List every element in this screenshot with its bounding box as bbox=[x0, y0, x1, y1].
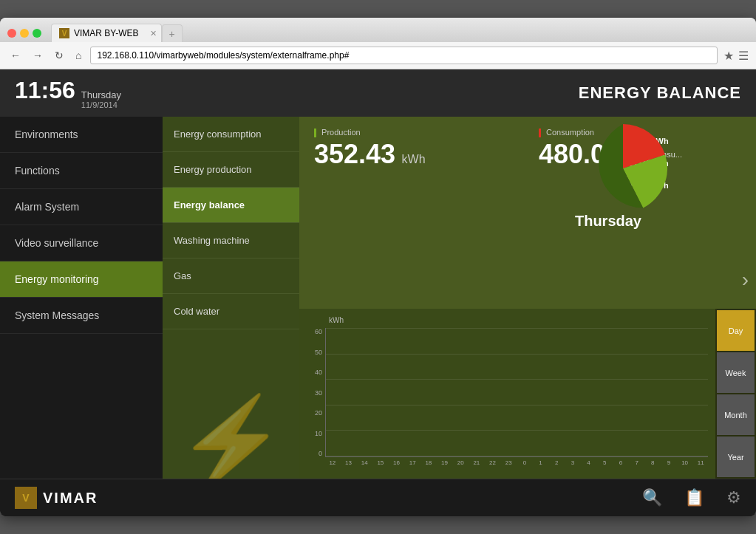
chart-bars bbox=[325, 328, 708, 457]
sidebar-item-system-messages[interactable]: System Messages bbox=[0, 298, 163, 334]
x-axis-label: 8 bbox=[645, 459, 660, 466]
maximize-button[interactable] bbox=[33, 29, 41, 38]
x-axis-label: 23 bbox=[501, 459, 516, 466]
x-axis-label: 12 bbox=[325, 459, 340, 466]
export-icon[interactable]: 📋 bbox=[684, 488, 704, 507]
chart-inner: 60 50 40 30 20 10 0 bbox=[307, 328, 708, 457]
x-axis: 12131415161718192021222301234567891011 bbox=[325, 459, 708, 466]
footer-logo: V VIMAR bbox=[15, 487, 98, 509]
minimize-button[interactable] bbox=[20, 29, 29, 38]
time-buttons: Day Week Month Year bbox=[715, 309, 756, 479]
close-button[interactable] bbox=[7, 29, 16, 38]
browser-toolbar: ← → ↻ ⌂ ★ ☰ bbox=[0, 42, 756, 69]
refresh-button[interactable]: ↻ bbox=[52, 48, 67, 63]
logo-text: VIMAR bbox=[43, 490, 98, 507]
submenu-bottom: ⚡ bbox=[163, 329, 299, 479]
search-icon[interactable]: 🔍 bbox=[642, 488, 662, 507]
x-axis-label: 1 bbox=[534, 459, 548, 466]
x-axis-label: 21 bbox=[469, 459, 484, 466]
pie-chart-container bbox=[579, 124, 667, 216]
browser-buttons bbox=[7, 29, 41, 38]
x-axis-label: 19 bbox=[437, 459, 452, 466]
submenu-item-energy-consumption[interactable]: Energy consumption bbox=[163, 117, 299, 152]
y-axis: 60 50 40 30 20 10 0 bbox=[307, 328, 325, 457]
back-button[interactable]: ← bbox=[7, 48, 24, 63]
x-axis-label: 5 bbox=[597, 459, 612, 466]
x-axis-label: 11 bbox=[693, 459, 708, 466]
production-value-row: 352.43 kWh bbox=[314, 139, 517, 170]
x-axis-label: 6 bbox=[613, 459, 628, 466]
tab-close-icon[interactable]: ✕ bbox=[150, 29, 157, 38]
stats-row: Production 352.43 kWh Consumption bbox=[299, 117, 756, 177]
app-content: 11:56 Thursday 11/9/2014 ENERGY BALANCE … bbox=[0, 69, 756, 516]
menu-icon[interactable]: ☰ bbox=[738, 49, 749, 63]
sidebar-item-alarm-system[interactable]: Alarm System bbox=[0, 189, 163, 225]
x-axis-label: 4 bbox=[582, 459, 596, 466]
submenu-item-washing-machine[interactable]: Washing machine bbox=[163, 223, 299, 259]
x-axis-label: 10 bbox=[678, 459, 692, 466]
production-unit: kWh bbox=[402, 153, 426, 165]
sidebar-item-functions[interactable]: Functions bbox=[0, 153, 163, 189]
x-axis-label: 7 bbox=[630, 459, 644, 466]
app-title: ENERGY BALANCE bbox=[579, 83, 741, 103]
x-axis-label: 14 bbox=[357, 459, 372, 466]
app-header: 11:56 Thursday 11/9/2014 ENERGY BALANCE bbox=[0, 69, 756, 117]
day-label: Thursday bbox=[575, 213, 641, 230]
month-button[interactable]: Month bbox=[717, 394, 755, 435]
active-tab[interactable]: V VIMAR BY-WEB ✕ bbox=[51, 24, 162, 42]
address-bar[interactable] bbox=[90, 47, 718, 64]
production-label: Production bbox=[314, 128, 517, 137]
submenu: Energy consumption Energy production Ene… bbox=[163, 117, 299, 329]
logo-icon: V bbox=[15, 487, 37, 509]
day-button[interactable]: Day bbox=[717, 310, 755, 351]
bolt-decoration: ⚡ bbox=[176, 397, 287, 479]
chart-area: kWh 60 50 40 30 20 10 0 bbox=[299, 309, 715, 479]
bookmark-icon[interactable]: ★ bbox=[723, 49, 734, 63]
forward-button[interactable]: → bbox=[30, 48, 46, 63]
sidebar-item-video-surveillance[interactable]: Video surveillance bbox=[0, 225, 163, 261]
submenu-item-cold-water[interactable]: Cold water bbox=[163, 294, 299, 329]
sidebar-item-environments[interactable]: Environments bbox=[0, 117, 163, 153]
browser-titlebar: V VIMAR BY-WEB ✕ + bbox=[0, 18, 756, 42]
header-date: 11/9/2014 bbox=[81, 100, 121, 109]
browser-window: V VIMAR BY-WEB ✕ + ← → ↻ ⌂ ★ ☰ 11:56 bbox=[0, 18, 756, 516]
tab-title: VIMAR BY-WEB bbox=[74, 28, 139, 38]
week-button[interactable]: Week bbox=[717, 352, 755, 393]
x-axis-label: 9 bbox=[661, 459, 676, 466]
chevron-right-icon[interactable]: › bbox=[742, 268, 749, 292]
sidebar: Environments Functions Alarm System Vide… bbox=[0, 117, 163, 479]
x-axis-label: 20 bbox=[453, 459, 468, 466]
x-axis-label: 15 bbox=[373, 459, 388, 466]
submenu-item-energy-balance[interactable]: Energy balance bbox=[163, 188, 299, 223]
grid-lines bbox=[326, 328, 708, 456]
x-axis-label: 18 bbox=[421, 459, 436, 466]
x-axis-label: 3 bbox=[565, 459, 580, 466]
home-button[interactable]: ⌂ bbox=[72, 48, 84, 63]
year-button[interactable]: Year bbox=[717, 437, 755, 477]
x-axis-label: 2 bbox=[549, 459, 564, 466]
x-axis-label: 17 bbox=[405, 459, 420, 466]
production-bar-indicator bbox=[314, 129, 316, 137]
x-axis-label: 22 bbox=[486, 459, 500, 466]
pie-chart bbox=[579, 124, 667, 213]
chart-kwh-label: kWh bbox=[329, 316, 708, 324]
production-value: 352.43 bbox=[314, 139, 395, 169]
main-panel: Production 352.43 kWh Consumption bbox=[299, 117, 756, 479]
x-axis-label: 16 bbox=[389, 459, 404, 466]
settings-icon[interactable]: ⚙ bbox=[726, 488, 741, 507]
submenu-item-energy-production[interactable]: Energy production bbox=[163, 152, 299, 188]
sidebar-item-energy-monitoring[interactable]: Energy monitoring bbox=[0, 261, 163, 298]
tab-favicon: V bbox=[59, 28, 69, 38]
x-axis-label: 13 bbox=[341, 459, 356, 466]
toolbar-icons: ★ ☰ bbox=[723, 49, 749, 63]
app-body: Environments Functions Alarm System Vide… bbox=[0, 117, 756, 479]
time-display: 11:56 bbox=[15, 77, 75, 104]
submenu-item-gas[interactable]: Gas bbox=[163, 259, 299, 294]
day-of-week: Thursday bbox=[81, 89, 121, 100]
x-axis-label: 0 bbox=[517, 459, 532, 466]
app-time: 11:56 Thursday 11/9/2014 bbox=[15, 77, 121, 109]
new-tab-button[interactable]: + bbox=[162, 24, 183, 42]
submenu-container: Energy consumption Energy production Ene… bbox=[163, 117, 299, 479]
time-meta: Thursday 11/9/2014 bbox=[81, 89, 121, 109]
consumption-bar-indicator bbox=[539, 129, 541, 137]
